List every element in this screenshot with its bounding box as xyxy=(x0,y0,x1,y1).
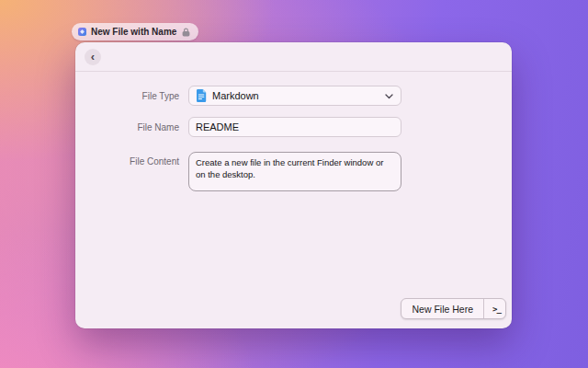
back-button[interactable]: ‹ xyxy=(85,49,101,65)
footer-button-group: New File Here >_ xyxy=(401,298,506,319)
file-name-label: File Name xyxy=(75,122,179,133)
markdown-file-icon xyxy=(196,89,207,102)
window-header: ‹ xyxy=(75,42,512,72)
dialog-window: ‹ File Type Markdown File Name xyxy=(75,42,512,328)
shortcut-app-icon xyxy=(78,28,86,36)
back-chevron-icon: ‹ xyxy=(91,51,95,63)
terminal-button[interactable]: >_ xyxy=(484,299,505,318)
shortcut-pill-label: New File with Name xyxy=(91,27,176,37)
desktop-background: New File with Name ‹ File Type xyxy=(0,0,588,368)
file-type-value: Markdown xyxy=(212,90,259,101)
new-file-here-button[interactable]: New File Here xyxy=(401,299,483,318)
file-content-label: File Content xyxy=(75,156,179,167)
file-name-input[interactable] xyxy=(188,117,401,137)
file-type-label: File Type xyxy=(75,91,179,102)
terminal-prompt-icon: >_ xyxy=(492,305,501,314)
file-content-textarea[interactable]: Create a new file in the current Finder … xyxy=(188,152,401,191)
chevron-down-icon xyxy=(385,94,393,99)
file-type-dropdown[interactable]: Markdown xyxy=(188,86,401,106)
lock-icon xyxy=(181,28,191,37)
shortcut-pill[interactable]: New File with Name xyxy=(72,23,198,40)
